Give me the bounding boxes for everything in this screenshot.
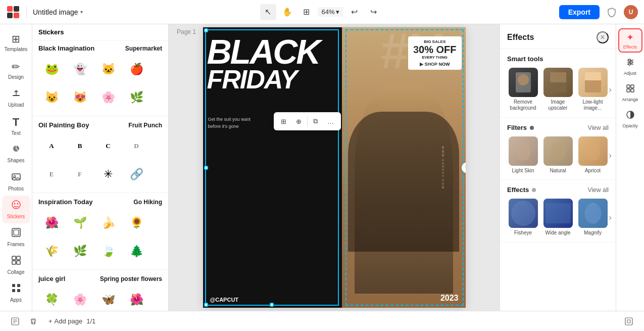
sticker-cell[interactable]: 🌺 bbox=[123, 287, 150, 311]
float-btn-copy[interactable]: ⧉ bbox=[309, 114, 323, 128]
sticker-cell[interactable]: 👻 bbox=[67, 56, 93, 82]
sticker-cell[interactable]: 🌿 bbox=[123, 84, 150, 111]
smart-tool-lowlight[interactable]: Low-light image... bbox=[577, 68, 609, 111]
filter-natural[interactable]: Natural bbox=[542, 136, 574, 173]
sidebar-item-collage[interactable]: Collage bbox=[2, 251, 30, 279]
sticker-cell[interactable]: E bbox=[38, 161, 65, 187]
sticker-cell[interactable]: ✳ bbox=[95, 161, 121, 187]
add-page-btn[interactable]: + Add page bbox=[44, 315, 86, 327]
shield-btn[interactable] bbox=[604, 4, 620, 20]
filter-apricot[interactable]: Apricot bbox=[577, 136, 609, 173]
smart-tools-arrow[interactable]: › bbox=[609, 84, 612, 95]
sticker-cell[interactable]: 🐸 bbox=[38, 56, 65, 82]
expand-btn[interactable] bbox=[622, 314, 636, 328]
sidebar-item-frames[interactable]: Frames bbox=[2, 223, 30, 251]
sticker-cell[interactable]: 🔗 bbox=[123, 161, 150, 187]
file-chevron-icon: ▾ bbox=[80, 9, 83, 15]
sidebar-item-stickers[interactable]: Stickers bbox=[2, 196, 30, 223]
effects-close-btn[interactable]: × bbox=[597, 31, 609, 43]
sticker-cell[interactable]: 🌲 bbox=[123, 238, 150, 264]
topbar: Untitled image ▾ ↖ ✋ ⊞ 64% ▾ ↩ ↪ Export … bbox=[0, 0, 644, 24]
smart-tool-remove-bg[interactable]: Remove background bbox=[507, 68, 539, 111]
sidebar-item-shapes[interactable]: Shapes bbox=[2, 139, 30, 167]
canvas-frame[interactable]: BLACK FRIDAY Get the suit you want befor… bbox=[203, 27, 466, 308]
trash-btn[interactable] bbox=[26, 314, 40, 328]
sticker-cell[interactable]: 🌿 bbox=[67, 238, 93, 264]
sticker-cell[interactable]: 🦋 bbox=[95, 287, 121, 311]
zoom-value: 64% bbox=[322, 8, 335, 16]
hand-tool-btn[interactable]: ✋ bbox=[279, 4, 295, 20]
file-name-area[interactable]: Untitled image ▾ bbox=[33, 8, 83, 16]
sticker-cell[interactable]: B bbox=[67, 133, 93, 159]
year-label: 2023 bbox=[440, 294, 459, 303]
smart-tool-upscaler[interactable]: Image upscaler bbox=[542, 68, 574, 111]
sticker-cell[interactable]: A bbox=[38, 133, 65, 159]
svg-rect-17 bbox=[12, 284, 15, 287]
select-tool-btn[interactable]: ↖ bbox=[260, 4, 276, 20]
sticker-cell[interactable]: 🌸 bbox=[95, 84, 121, 111]
effects-view-all[interactable]: View all bbox=[588, 186, 609, 194]
history-btn[interactable] bbox=[8, 314, 22, 328]
sticker-cell[interactable]: 🌾 bbox=[38, 238, 65, 264]
sidebar-item-templates[interactable]: ⊞ Templates bbox=[2, 28, 30, 56]
sidebar-item-text[interactable]: T Text bbox=[2, 112, 30, 139]
right-icon-effects[interactable]: ✦ Effects bbox=[618, 28, 642, 53]
group-name-oil-painting: Oil Painting Boy bbox=[38, 121, 89, 129]
zoom-control[interactable]: 64% ▾ bbox=[318, 7, 343, 17]
export-button[interactable]: Export bbox=[559, 5, 600, 19]
sidebar-item-apps[interactable]: Apps bbox=[2, 279, 30, 307]
float-divider bbox=[307, 116, 308, 126]
logo[interactable] bbox=[6, 5, 20, 19]
arrange-icon bbox=[626, 84, 635, 96]
effect-magnify[interactable]: Magnify bbox=[577, 199, 609, 235]
apps-icon bbox=[11, 283, 21, 296]
right-icon-adjust[interactable]: Adjust bbox=[618, 55, 642, 79]
sidebar-item-upload[interactable]: Upload bbox=[2, 84, 30, 112]
sticker-cell[interactable]: 😺 bbox=[38, 84, 65, 111]
add-page-icon: + bbox=[48, 317, 53, 325]
sticker-cell[interactable]: D bbox=[123, 133, 150, 159]
frame-picker-btn[interactable]: ⊞ bbox=[299, 4, 315, 20]
page-label: Page 1 bbox=[177, 28, 196, 35]
float-btn-more[interactable]: … bbox=[324, 114, 338, 128]
sidebar-item-photos[interactable]: Photos bbox=[2, 167, 30, 195]
group-name-fruit-punch: Fruit Punch bbox=[128, 122, 162, 129]
float-btn-add[interactable]: ⊕ bbox=[292, 114, 306, 128]
trash-icon bbox=[29, 317, 37, 325]
svg-point-25 bbox=[630, 61, 632, 63]
sticker-cell[interactable]: C bbox=[95, 133, 121, 159]
sticker-cell[interactable]: 🌱 bbox=[67, 210, 93, 236]
every-thing-text: EVERY THING bbox=[413, 55, 457, 60]
undo-btn[interactable]: ↩ bbox=[346, 4, 363, 20]
lowlight-label: Low-light image... bbox=[577, 99, 609, 111]
svg-rect-4 bbox=[13, 95, 20, 96]
wide-angle-label: Wide angle bbox=[545, 230, 570, 235]
sticker-cell[interactable]: 🌺 bbox=[38, 210, 65, 236]
user-avatar[interactable]: U bbox=[624, 5, 638, 19]
sticker-cell[interactable]: 🐱 bbox=[95, 56, 121, 82]
sidebar-item-design[interactable]: ✏ Design bbox=[2, 56, 30, 84]
effect-wide-angle[interactable]: Wide angle bbox=[542, 199, 574, 235]
filters-view-all[interactable]: View all bbox=[588, 124, 609, 131]
svg-rect-15 bbox=[12, 261, 16, 264]
sticker-cell[interactable]: 🍌 bbox=[95, 210, 121, 236]
right-icon-opacity[interactable]: Opacity bbox=[618, 107, 642, 131]
sticker-cell[interactable]: F bbox=[67, 161, 93, 187]
effects-items-arrow[interactable]: › bbox=[609, 212, 612, 222]
filter-light-skin[interactable]: Light Skin bbox=[507, 136, 539, 173]
sticker-cell[interactable]: 😻 bbox=[67, 84, 93, 111]
right-icon-arrange[interactable]: Arrange bbox=[618, 81, 642, 105]
right-icon-panel: ✦ Effects Adjust bbox=[616, 24, 644, 311]
sticker-cell[interactable]: 🍃 bbox=[95, 238, 121, 264]
sticker-cell[interactable]: 🍀 bbox=[38, 287, 65, 311]
sticker-cell[interactable]: 🌸 bbox=[67, 287, 93, 311]
filters-section: Filters View all Light Skin bbox=[500, 118, 616, 180]
sticker-cell[interactable]: 🍎 bbox=[123, 56, 150, 82]
float-btn-grid[interactable]: ⊞ bbox=[277, 114, 291, 128]
effect-fisheye[interactable]: Fisheye bbox=[507, 199, 539, 235]
sticker-cell[interactable]: 🌻 bbox=[123, 210, 150, 236]
effects-panel: Effects × Smart tools Remove background bbox=[500, 24, 616, 311]
filters-arrow[interactable]: › bbox=[609, 150, 612, 160]
svg-point-8 bbox=[12, 201, 20, 209]
redo-btn[interactable]: ↪ bbox=[366, 4, 382, 20]
